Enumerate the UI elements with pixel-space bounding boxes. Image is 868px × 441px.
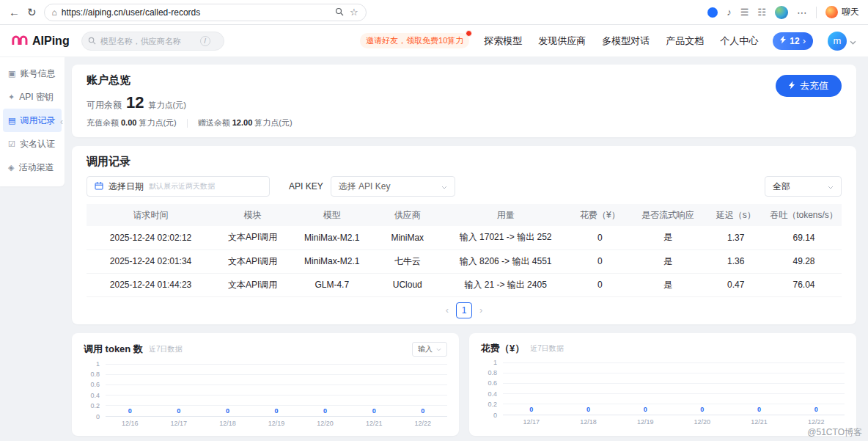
next-page-button[interactable]: › [479, 305, 482, 316]
table-cell: 1.36 [706, 249, 766, 273]
data-point-value: 0 [644, 406, 647, 413]
gridline [106, 384, 447, 385]
table-cell: 2025-12-24 01:44:23 [87, 273, 215, 296]
records-title: 调用记录 [72, 155, 856, 169]
nav-item-find-providers[interactable]: 发现供应商 [538, 34, 586, 48]
page-number-button[interactable]: 1 [456, 302, 472, 318]
nav-item-product-docs[interactable]: 产品文档 [666, 34, 704, 48]
data-point-column: 0 [301, 364, 350, 416]
gridline [503, 362, 845, 363]
table-cell: 2025-12-24 02:01:34 [87, 249, 215, 273]
recharge-button[interactable]: 去充值 [776, 75, 842, 97]
data-point-value: 0 [323, 407, 327, 415]
model-search[interactable]: / [81, 32, 224, 51]
y-axis-label: 0.4 [90, 392, 100, 399]
x-axis-label: 12/17 [503, 415, 560, 429]
table-cell: 七牛云 [373, 249, 441, 273]
y-axis-label: 0.2 [90, 402, 100, 409]
prev-page-button[interactable]: ‹ [446, 305, 449, 316]
back-icon[interactable]: ← [9, 7, 20, 18]
sidebar-item-call-records[interactable]: ▤调用记录 [3, 109, 62, 132]
aiping-logo[interactable]: AIPing [12, 34, 70, 48]
table-cell: 输入 17021 -> 输出 252 [441, 226, 570, 249]
y-axis-label: 0.2 [488, 401, 497, 408]
nav-item-user-center[interactable]: 个人中心 [720, 34, 758, 48]
browser-chrome: ← ↻ ⌂ https://aiping.cn/user/called-reco… [0, 0, 868, 25]
table-row[interactable]: 2025-12-24 01:44:23文本API调用GLM-4.7UCloud输… [87, 273, 842, 296]
x-axis-label: 12/22 [398, 417, 447, 430]
logo-m-icon [12, 34, 28, 48]
table-cell: 输入 21 -> 输出 2405 [441, 273, 570, 296]
search-shortcut-badge: / [200, 36, 210, 46]
token-chart-card: 调用 token 数 近7日数据 输入 10.80.60.40.20 00000… [72, 333, 459, 436]
sidebar-collapse-button[interactable]: ‹ [60, 117, 63, 127]
zoom-icon[interactable] [335, 6, 344, 19]
gridline [503, 404, 845, 404]
music-note-icon[interactable]: ♪ [727, 7, 732, 17]
y-axis-label: 0 [493, 412, 497, 419]
token-chart-subtitle: 近7日数据 [149, 344, 183, 354]
chat-app-button[interactable]: 聊天 [825, 6, 859, 18]
blue-circle-extension-icon[interactable] [707, 7, 718, 18]
url-bar[interactable]: ⌂ https://aiping.cn/user/called-records … [44, 4, 367, 21]
page-icon: ⌂ [52, 7, 57, 18]
x-axis-label: 12/16 [106, 417, 155, 430]
credits-button[interactable]: 12 › [773, 32, 813, 50]
module-filter-select[interactable]: 全部 [765, 176, 842, 197]
table-cell: 49.28 [766, 249, 842, 273]
browser-menu-icon[interactable]: ⋯ [797, 7, 807, 18]
table-cell: 是 [630, 226, 706, 249]
key-icon: ✦ [8, 92, 15, 102]
apikey-select[interactable]: 选择 API Key [331, 176, 455, 197]
table-cell: 0 [570, 249, 630, 273]
x-axis-label: 12/17 [155, 417, 204, 430]
data-point-column: 0 [350, 364, 399, 416]
table-cell: 0 [570, 273, 630, 296]
x-axis-label: 12/19 [252, 417, 301, 430]
data-point-column: 0 [398, 364, 447, 416]
y-axis-label: 0.8 [90, 371, 100, 378]
search-input[interactable] [100, 37, 196, 45]
nav-item-explore-models[interactable]: 探索模型 [484, 34, 522, 48]
chevron-down-icon [436, 345, 441, 353]
table-row[interactable]: 2025-12-24 02:02:12文本API调用MiniMax-M2.1Mi… [87, 226, 842, 249]
sidebar-item-identity-verify[interactable]: ☑实名认证 [3, 132, 62, 156]
url-text: https://aiping.cn/user/called-records [62, 7, 331, 18]
cost-chart-subtitle: 近7日数据 [530, 343, 564, 354]
table-cell: 0 [570, 226, 630, 249]
overview-title: 账户总览 [87, 73, 842, 87]
reload-icon[interactable]: ↻ [27, 7, 37, 18]
invite-promo-link[interactable]: 邀请好友，领取免费10算力 [360, 33, 469, 48]
search-icon [88, 34, 96, 48]
sidebar-item-api-keys[interactable]: ✦API 密钥 [3, 85, 62, 109]
data-point-column: 0 [252, 364, 301, 416]
records-table: 请求时间模块模型供应商用量花费（¥）是否流式响应延迟（s）吞吐（tokens/s… [87, 204, 842, 297]
call-records-card: 调用记录 选择日期 默认展示近两天数据 API KEY 选择 API Key [72, 146, 856, 324]
nav-item-multi-model-chat[interactable]: 多模型对话 [602, 34, 650, 48]
pagination: ‹ 1 › [72, 302, 856, 318]
token-type-select[interactable]: 输入 [412, 342, 447, 357]
gridline [106, 374, 447, 375]
column-header: 吞吐（tokens/s） [766, 204, 842, 226]
grid-icon[interactable]: ☷ [757, 7, 766, 17]
list-icon[interactable]: ☰ [740, 7, 749, 17]
table-row[interactable]: 2025-12-24 02:01:34文本API调用MiniMax-M2.1七牛… [87, 249, 842, 273]
data-point-value: 0 [226, 407, 229, 415]
cost-chart: 10.80.60.40.20 000000 12/1712/1812/1912/… [481, 362, 845, 429]
bookmark-star-icon[interactable]: ☆ [350, 7, 358, 18]
sidebar-item-account-info[interactable]: ▣账号信息 [3, 62, 62, 85]
data-point-column: 0 [674, 362, 731, 415]
chat-app-icon [825, 6, 838, 18]
date-picker-hint: 默认展示近两天数据 [149, 181, 215, 192]
browser-profile-avatar[interactable] [775, 6, 788, 19]
sidebar-item-activity-channel[interactable]: ◈活动渠道 [3, 156, 62, 179]
lightning-icon [780, 35, 787, 46]
logo-text: AIPing [32, 34, 70, 48]
user-menu[interactable]: m [828, 32, 856, 51]
data-point-column: 0 [787, 362, 845, 415]
table-cell: 76.04 [766, 273, 842, 296]
x-axis-label: 12/21 [731, 415, 788, 429]
date-picker[interactable]: 选择日期 默认展示近两天数据 [87, 176, 270, 197]
table-cell: 文本API调用 [215, 249, 290, 273]
chevron-down-icon [828, 181, 834, 192]
